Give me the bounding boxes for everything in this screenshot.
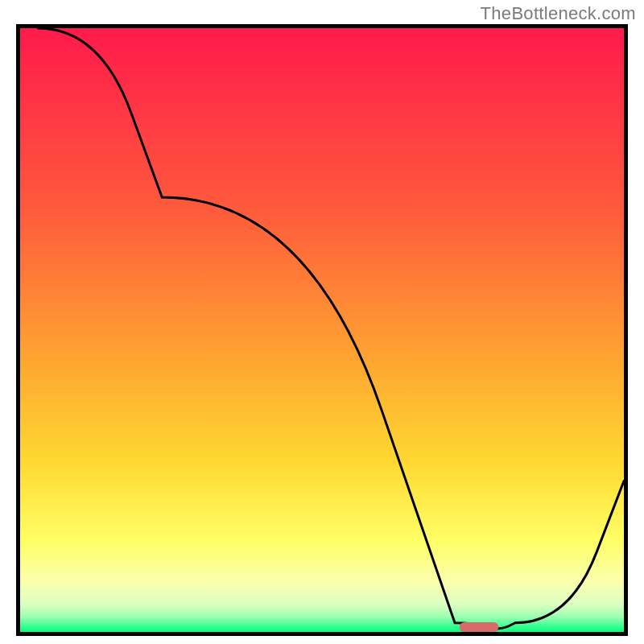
chart-container	[16, 24, 628, 636]
gradient-background	[20, 28, 624, 632]
optimal-marker	[460, 622, 499, 632]
bottleneck-chart	[16, 24, 628, 636]
attribution-text: TheBottleneck.com	[481, 3, 636, 24]
